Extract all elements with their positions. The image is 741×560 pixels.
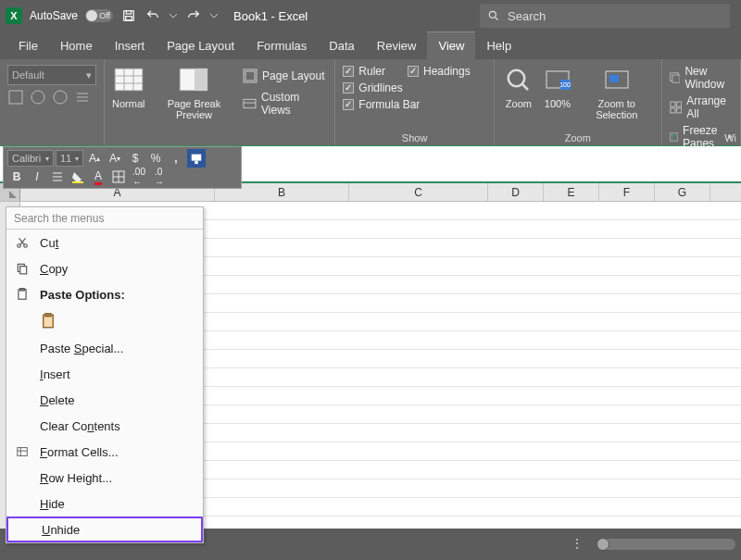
undo-dropdown-icon[interactable] bbox=[169, 7, 178, 24]
tab-page-layout[interactable]: Page Layout bbox=[156, 31, 245, 59]
svg-rect-35 bbox=[72, 181, 83, 183]
search-box[interactable]: Search bbox=[480, 4, 730, 28]
ctx-cut[interactable]: Cut bbox=[6, 230, 203, 255]
ruler-checkbox[interactable]: Ruler bbox=[343, 65, 385, 78]
increase-decimal-icon[interactable]: .00← bbox=[130, 168, 148, 186]
format-icon bbox=[14, 445, 31, 458]
tab-view[interactable]: View bbox=[427, 31, 475, 59]
zoom-group-label: Zoom bbox=[495, 132, 661, 143]
group-window: New Window Arrange All Freeze Panes ▾ Wi bbox=[662, 59, 741, 145]
svg-point-5 bbox=[31, 91, 44, 104]
increase-font-icon[interactable]: A▴ bbox=[85, 149, 104, 168]
ctx-delete[interactable]: Delete bbox=[6, 387, 203, 413]
column-header-g[interactable]: G bbox=[655, 183, 710, 201]
clipboard-icon bbox=[40, 312, 57, 330]
borders-icon[interactable] bbox=[109, 168, 128, 186]
ctx-unhide[interactable]: Unhide bbox=[6, 516, 203, 542]
ctx-row-height[interactable]: Row Height... bbox=[6, 465, 203, 491]
svg-rect-28 bbox=[671, 108, 675, 113]
status-more-icon[interactable]: ⋮ bbox=[571, 536, 584, 551]
normal-view-button[interactable]: Normal bbox=[112, 65, 145, 109]
headings-checkbox[interactable]: Headings bbox=[408, 65, 471, 78]
svg-rect-34 bbox=[195, 161, 198, 165]
column-header-f[interactable]: F bbox=[599, 183, 655, 201]
bold-icon[interactable]: B bbox=[7, 168, 26, 186]
column-header-c[interactable]: C bbox=[349, 183, 488, 201]
cut-icon bbox=[14, 236, 31, 249]
font-select[interactable]: Calibri▾ bbox=[7, 150, 54, 167]
undo-icon[interactable] bbox=[144, 7, 161, 24]
formula-bar-checkbox[interactable]: Formula Bar bbox=[343, 98, 486, 111]
mini-toolbar: Calibri▾ 11▾ A▴ A▾ $ % , B I A .00← .0→ bbox=[3, 146, 242, 189]
font-size-select[interactable]: 11▾ bbox=[56, 150, 83, 167]
group-show: Ruler Headings Gridlines Formula Bar Sho… bbox=[335, 59, 495, 145]
format-painter-icon[interactable] bbox=[187, 149, 206, 168]
window-group-label: Wi bbox=[662, 132, 740, 143]
decrease-decimal-icon[interactable]: .0→ bbox=[150, 168, 169, 186]
autosave-state: Off bbox=[99, 11, 110, 20]
keep-icon[interactable] bbox=[7, 89, 24, 108]
decrease-font-icon[interactable]: A▾ bbox=[106, 149, 124, 168]
page-layout-button[interactable]: Page Layout bbox=[243, 68, 327, 83]
svg-rect-44 bbox=[20, 289, 25, 291]
redo-icon[interactable] bbox=[185, 7, 202, 24]
accounting-format-icon[interactable]: $ bbox=[126, 149, 144, 168]
ctx-paste-special[interactable]: Paste Special... bbox=[6, 335, 203, 361]
svg-point-18 bbox=[509, 70, 525, 87]
autosave-toggle[interactable]: Off bbox=[85, 9, 113, 22]
tab-home[interactable]: Home bbox=[49, 31, 104, 59]
ctx-paste-values[interactable] bbox=[6, 307, 203, 335]
new-icon[interactable] bbox=[52, 89, 69, 108]
svg-rect-42 bbox=[20, 267, 27, 274]
page-break-preview-button[interactable]: Page Break Preview bbox=[151, 65, 237, 120]
group-sheet-view: Default ▾ bbox=[0, 59, 105, 145]
italic-icon[interactable]: I bbox=[28, 168, 46, 186]
document-title: Book1 - Excel bbox=[233, 9, 308, 23]
gridlines-checkbox[interactable]: Gridlines bbox=[343, 81, 486, 94]
horizontal-scrollbar[interactable] bbox=[597, 539, 735, 550]
svg-rect-7 bbox=[115, 68, 143, 91]
tab-formulas[interactable]: Formulas bbox=[245, 31, 318, 59]
ctx-copy[interactable]: Copy bbox=[6, 255, 203, 281]
qat-more-icon[interactable] bbox=[209, 7, 219, 24]
arrange-all-button[interactable]: Arrange All bbox=[670, 94, 733, 120]
tab-insert[interactable]: Insert bbox=[104, 31, 157, 59]
fill-color-icon[interactable] bbox=[69, 168, 87, 186]
custom-views-button[interactable]: Custom Views bbox=[243, 91, 327, 117]
ctx-hide[interactable]: Hide bbox=[6, 491, 203, 516]
zoom-to-selection-button[interactable]: Zoom to Selection bbox=[580, 65, 654, 131]
svg-point-6 bbox=[54, 91, 67, 104]
svg-rect-25 bbox=[672, 75, 680, 82]
ctx-format-cells[interactable]: Format Cells... bbox=[6, 439, 203, 465]
ctx-clear-contents[interactable]: Clear Contents bbox=[6, 413, 203, 439]
svg-rect-16 bbox=[244, 99, 256, 107]
tab-help[interactable]: Help bbox=[475, 31, 522, 59]
options-icon[interactable] bbox=[74, 89, 91, 108]
tab-review[interactable]: Review bbox=[366, 31, 428, 59]
paste-icon bbox=[14, 288, 31, 301]
comma-format-icon[interactable]: , bbox=[167, 149, 185, 168]
context-menu: Search the menus Cut Copy Paste Options:… bbox=[6, 206, 204, 543]
svg-rect-15 bbox=[245, 71, 255, 81]
svg-rect-33 bbox=[192, 155, 202, 161]
tab-data[interactable]: Data bbox=[318, 31, 365, 59]
zoom-100-button[interactable]: 100 100% bbox=[541, 65, 574, 131]
context-search[interactable]: Search the menus bbox=[6, 207, 203, 230]
svg-rect-23 bbox=[609, 75, 619, 82]
new-window-button[interactable]: New Window bbox=[670, 65, 733, 91]
tab-file[interactable]: File bbox=[7, 31, 49, 59]
align-icon[interactable] bbox=[48, 168, 67, 186]
svg-rect-29 bbox=[676, 108, 681, 113]
zoom-button[interactable]: Zoom bbox=[502, 65, 535, 131]
exit-icon[interactable] bbox=[30, 89, 46, 108]
ctx-insert[interactable]: Insert bbox=[6, 361, 203, 387]
font-color-icon[interactable]: A bbox=[89, 168, 107, 186]
sheet-view-select[interactable]: Default ▾ bbox=[7, 65, 96, 85]
column-header-d[interactable]: D bbox=[488, 183, 544, 201]
autosave-label: AutoSave bbox=[30, 9, 78, 22]
svg-point-3 bbox=[489, 11, 496, 18]
save-icon[interactable] bbox=[120, 7, 137, 24]
column-header-e[interactable]: E bbox=[544, 183, 599, 201]
title-bar: X AutoSave Off Book1 - Excel Search bbox=[0, 0, 741, 31]
percent-format-icon[interactable]: % bbox=[146, 149, 165, 168]
